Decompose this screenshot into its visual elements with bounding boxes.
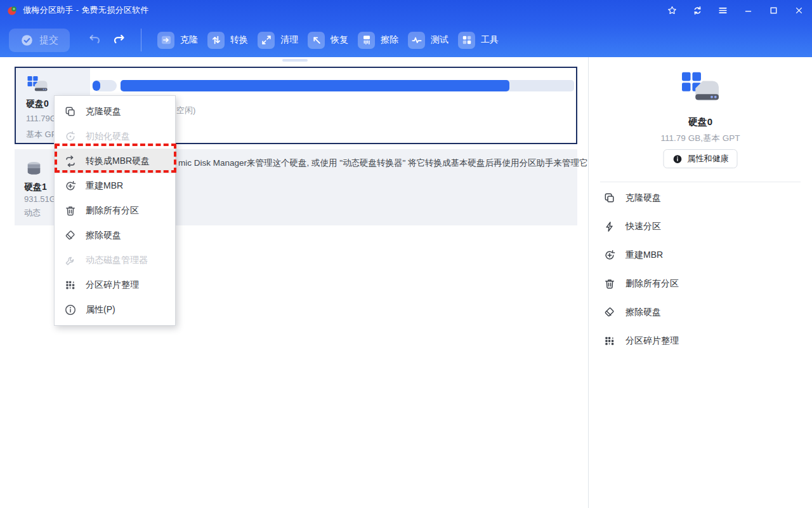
toolbar-button-convert[interactable]: 转换	[207, 32, 248, 49]
menu-item-delete-all-partitions[interactable]: 删除所有分区	[55, 198, 175, 223]
menu-item-rebuild-mbr[interactable]: 重建MBR	[55, 173, 175, 198]
sidebar-action-delete-all-partitions[interactable]: 删除所有分区	[589, 269, 812, 298]
check-circle-icon	[20, 34, 34, 47]
sidebar-actions: 克隆硬盘 快速分区 重建MBR 删除所有分区 擦除硬盘 分区碎片整理	[589, 184, 812, 355]
rebuild-icon	[603, 249, 616, 262]
app-logo-icon	[7, 5, 18, 16]
sidebar-action-label: 擦除硬盘	[625, 307, 661, 318]
toolbar-label: 擦除	[381, 34, 398, 46]
clean-icon	[258, 32, 275, 49]
disk1-type: 动态	[24, 207, 41, 218]
toolbar-button-tools[interactable]: 工具	[458, 32, 499, 49]
sidebar-action-label: 重建MBR	[625, 250, 663, 261]
toolbar-label: 恢复	[331, 34, 348, 46]
initialize-icon	[64, 130, 77, 143]
menu-item-label: 擦除硬盘	[86, 230, 121, 241]
topbar: 傲梅分区助手 - 免费无损分区软件 提交 克隆	[0, 0, 812, 57]
trash-icon	[603, 277, 616, 290]
partition-free-label: 空闲)	[176, 105, 195, 116]
partition-bar-track[interactable]	[121, 80, 574, 91]
scrollbar-thumb[interactable]	[282, 59, 308, 62]
menu-item-convert-to-mbr[interactable]: 转换成MBR硬盘	[55, 149, 175, 173]
sidebar-action-quick-partition[interactable]: 快速分区	[589, 212, 812, 241]
window-title: 傲梅分区助手 - 免费无损分区软件	[23, 4, 149, 16]
health-button-label: 属性和健康	[688, 153, 729, 164]
menu-item-label: 初始化硬盘	[86, 131, 130, 142]
toolbar-button-restore[interactable]: 恢复	[308, 32, 348, 49]
disk-list-panel: 硬盘0 111.79GB 基本 GPT 空闲) 硬盘1 931.51GB 动态 …	[0, 57, 588, 508]
toolbar-label: 清理	[280, 34, 298, 46]
partition-bar-fill	[121, 80, 509, 91]
sidebar-action-defragment[interactable]: 分区碎片整理	[589, 326, 812, 355]
sidebar-divider	[600, 182, 801, 182]
sidebar-action-wipe-disk[interactable]: 擦除硬盘	[589, 298, 812, 326]
context-menu: 克隆硬盘 初始化硬盘 转换成MBR硬盘 重建MBR 删除所有分区 擦除硬盘	[54, 95, 176, 326]
hamburger-menu-icon[interactable]	[717, 5, 728, 16]
disk0-name: 硬盘0	[26, 98, 49, 110]
info-solid-icon	[672, 154, 683, 164]
toolbar-label: 测试	[431, 34, 449, 46]
properties-health-button[interactable]: 属性和健康	[664, 149, 738, 168]
sidebar-action-label: 快速分区	[625, 221, 661, 232]
toolbar-button-clean[interactable]: 清理	[258, 32, 298, 49]
defrag-icon	[603, 335, 616, 347]
undo-button[interactable]	[87, 32, 102, 48]
copy-icon	[64, 105, 77, 118]
sidebar-action-rebuild-mbr[interactable]: 重建MBR	[589, 241, 812, 269]
defrag-icon	[64, 279, 77, 291]
swap-arrows-icon	[64, 155, 77, 168]
sidebar-action-clone-disk[interactable]: 克隆硬盘	[589, 184, 812, 212]
sidebar: 硬盘0 111.79 GB,基本 GPT 属性和健康 克隆硬盘 快速分区 重建M…	[588, 57, 812, 508]
wrench-icon	[64, 254, 77, 267]
menu-item-defragment[interactable]: 分区碎片整理	[55, 272, 175, 297]
close-icon[interactable]	[794, 5, 804, 16]
update-sync-icon[interactable]	[692, 5, 703, 16]
menu-item-label: 属性(P)	[86, 304, 115, 316]
toolbar-button-test[interactable]: 测试	[408, 32, 449, 49]
menu-item-wipe-disk[interactable]: 擦除硬盘	[55, 223, 175, 248]
toolbar-label: 克隆	[180, 34, 198, 46]
sidebar-action-label: 克隆硬盘	[625, 192, 661, 204]
redo-button[interactable]	[112, 32, 127, 48]
submit-label: 提交	[39, 34, 58, 46]
lightning-icon	[603, 220, 616, 233]
menu-item-properties[interactable]: 属性(P)	[55, 297, 175, 322]
menu-item-clone-disk[interactable]: 克隆硬盘	[55, 99, 175, 124]
trash-icon	[64, 204, 77, 217]
favorite-star-icon[interactable]	[667, 5, 678, 16]
maximize-icon[interactable]	[768, 5, 779, 16]
toolbar-label: 转换	[230, 34, 248, 46]
sidebar-disk-name: 硬盘0	[589, 116, 812, 128]
partition-bar-small[interactable]	[92, 80, 117, 91]
sidebar-action-label: 分区碎片整理	[625, 335, 679, 347]
clone-icon	[157, 32, 174, 49]
copy-icon	[603, 192, 616, 204]
dynamic-disk-message: mic Disk Manager来管理这个硬盘, 或使用 "动态硬盘转换器" 将…	[178, 157, 590, 169]
eraser-icon	[603, 306, 616, 319]
titlebar: 傲梅分区助手 - 免费无损分区软件	[0, 0, 812, 20]
menu-item-label: 重建MBR	[86, 180, 123, 192]
convert-icon	[207, 32, 225, 49]
toolbar-label: 工具	[481, 34, 499, 46]
basic-disk-icon-large	[679, 70, 721, 107]
menu-item-label: 分区碎片整理	[86, 279, 139, 291]
toolbar-divider	[141, 29, 141, 51]
eraser-icon	[64, 229, 77, 242]
restore-icon	[308, 32, 325, 49]
submit-button[interactable]: 提交	[9, 29, 70, 52]
tools-grid-icon	[458, 32, 475, 49]
menu-item-label: 克隆硬盘	[86, 106, 121, 117]
toolbar-button-erase[interactable]: 擦除	[358, 32, 398, 49]
dynamic-disk-icon	[24, 159, 44, 179]
menu-item-label: 删除所有分区	[86, 205, 139, 217]
menu-item-initialize-disk: 初始化硬盘	[55, 124, 175, 149]
app-window: 傲梅分区助手 - 免费无损分区软件 提交 克隆	[0, 0, 812, 508]
menu-item-label: 动态磁盘管理器	[86, 255, 148, 266]
minimize-icon[interactable]	[743, 5, 754, 16]
info-icon	[64, 304, 77, 316]
rebuild-icon	[64, 180, 77, 192]
toolbar-button-clone[interactable]: 克隆	[157, 32, 198, 49]
toolbar: 提交 克隆 转换 清理 恢复 擦除	[0, 25, 812, 55]
disk1-name: 硬盘1	[24, 182, 47, 193]
test-pulse-icon	[408, 32, 425, 49]
